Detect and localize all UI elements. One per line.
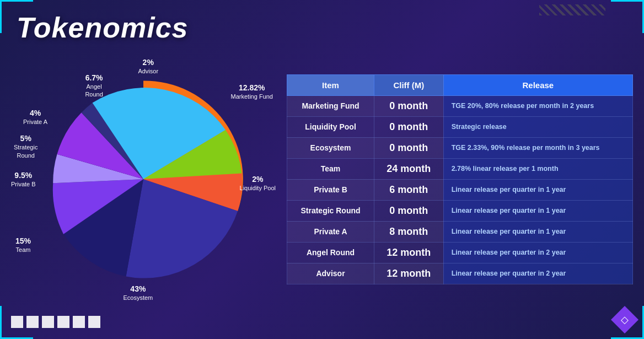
cell-release: 2.78% linear release per 1 month: [443, 158, 632, 179]
corner-decoration-tr: [611, 0, 644, 33]
cell-item: Team: [287, 158, 374, 179]
cell-cliff: 6 month: [374, 179, 444, 200]
cell-cliff: 0 month: [374, 137, 444, 158]
cell-release: Linear release per quarter in 2 year: [443, 263, 632, 284]
square-1: [11, 316, 23, 328]
table-row: Strategic Round0 monthLinear release per…: [287, 200, 633, 221]
cell-release: Linear release per quarter in 2 year: [443, 242, 632, 263]
col-item: Item: [287, 74, 374, 95]
table-row: Ecosystem0 monthTGE 2.33%, 90% release p…: [287, 137, 633, 158]
table-header-row: Item Cliff (M) Release: [287, 74, 633, 95]
cell-item: Liquidity Pool: [287, 116, 374, 137]
cell-release: Linear release per quarter in 1 year: [443, 200, 632, 221]
cell-item: Private B: [287, 179, 374, 200]
cell-release: Strategic release: [443, 116, 632, 137]
cell-item: Private A: [287, 221, 374, 242]
table-row: Marketing Fund0 monthTGE 20%, 80% releas…: [287, 95, 633, 116]
pie-chart: [28, 63, 259, 295]
cell-release: Linear release per quarter in 1 year: [443, 221, 632, 242]
square-2: [26, 316, 39, 328]
tokenomics-table: Item Cliff (M) Release Marketing Fund0 m…: [287, 74, 633, 284]
square-6: [88, 316, 100, 328]
page-title: Tokenomics: [17, 11, 189, 44]
cell-release: Linear release per quarter in 1 year: [443, 179, 632, 200]
table-row: Private B6 monthLinear release per quart…: [287, 179, 633, 200]
cell-cliff: 0 month: [374, 200, 444, 221]
cell-item: Marketing Fund: [287, 95, 374, 116]
cell-cliff: 0 month: [374, 95, 444, 116]
stripes-decoration: [539, 4, 605, 15]
table-row: Private A8 monthLinear release per quart…: [287, 221, 633, 242]
table-row: Angel Round12 monthLinear release per qu…: [287, 242, 633, 263]
cell-cliff: 8 month: [374, 221, 444, 242]
cell-item: Angel Round: [287, 242, 374, 263]
cell-cliff: 12 month: [374, 263, 444, 284]
square-5: [73, 316, 85, 328]
table-container: Item Cliff (M) Release Marketing Fund0 m…: [287, 52, 633, 306]
cell-item: Advisor: [287, 263, 374, 284]
cell-cliff: 24 month: [374, 158, 444, 179]
cell-cliff: 12 month: [374, 242, 444, 263]
cell-item: Ecosystem: [287, 137, 374, 158]
col-cliff: Cliff (M): [374, 74, 444, 95]
table-row: Advisor12 monthLinear release per quarte…: [287, 263, 633, 284]
square-3: [42, 316, 54, 328]
chart-container: 43% Ecosystem 15% Team 9.5% Private B 5%…: [11, 52, 276, 306]
cell-release: TGE 20%, 80% release per month in 2 year…: [443, 95, 632, 116]
square-4: [57, 316, 69, 328]
col-release: Release: [443, 74, 632, 95]
cell-release: TGE 2.33%, 90% release per month in 3 ye…: [443, 137, 632, 158]
main-content: 43% Ecosystem 15% Team 9.5% Private B 5%…: [11, 52, 633, 306]
table-row: Team24 month2.78% linear release per 1 m…: [287, 158, 633, 179]
cell-cliff: 0 month: [374, 116, 444, 137]
table-row: Liquidity Pool0 monthStrategic release: [287, 116, 633, 137]
cell-item: Strategic Round: [287, 200, 374, 221]
corner-decoration-tl: [0, 0, 33, 33]
bottom-squares: [11, 316, 100, 328]
